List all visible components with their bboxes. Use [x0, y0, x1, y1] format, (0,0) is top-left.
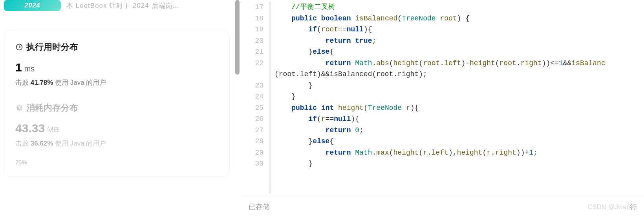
svg-rect-2 — [18, 107, 20, 109]
promo-badge-2024: 2024 — [4, 0, 61, 11]
watermark: CSDN @Jwenen — [588, 204, 638, 211]
runtime-section: 执行用时分布 1 ms 击败 41.78% 使用 Java 的用户 — [15, 41, 218, 87]
runtime-beat-prefix: 击败 — [15, 79, 31, 86]
panel-splitter[interactable] — [234, 0, 242, 217]
line-gutter: 171819202122 2324252627282930 — [242, 2, 269, 193]
memory-beat-suffix: 使用 Java 的用户 — [53, 140, 106, 147]
runtime-beat: 击败 41.78% 使用 Java 的用户 — [15, 78, 218, 87]
promo-title: 本 LeetBook 针对于 2024 后端岗... — [66, 1, 179, 10]
memory-section: 消耗内存分布 43.33 MB 击败 36.62% 使用 Java 的用户 75… — [15, 102, 218, 166]
promo-card[interactable]: 2024 本 LeetBook 针对于 2024 后端岗... — [4, 0, 230, 16]
stats-card: 执行用时分布 1 ms 击败 41.78% 使用 Java 的用户 消耗内存分布… — [4, 30, 230, 177]
memory-value: 43.33 — [15, 122, 45, 135]
memory-title: 消耗内存分布 — [26, 102, 78, 114]
memory-header: 消耗内存分布 — [15, 102, 218, 114]
runtime-value-row: 1 ms — [15, 61, 218, 74]
runtime-beat-suffix: 使用 Java 的用户 — [53, 79, 106, 86]
memory-beat: 击败 36.62% 使用 Java 的用户 — [15, 139, 218, 148]
memory-beat-prefix: 击败 — [15, 140, 31, 147]
runtime-beat-pct: 41.78% — [31, 79, 53, 86]
code-comment: //平衡二叉树 — [291, 3, 335, 11]
memory-beat-pct: 36.62% — [31, 140, 53, 147]
status-bar: 已存储 行 — [242, 196, 644, 217]
results-sidebar: 2024 本 LeetBook 针对于 2024 后端岗... 执行用时分布 1… — [0, 0, 234, 217]
code-panel: 171819202122 2324252627282930 //平衡二叉树 pu… — [242, 0, 644, 217]
runtime-title: 执行用时分布 — [26, 41, 78, 53]
memory-value-row: 43.33 MB — [15, 122, 218, 135]
runtime-value: 1 — [15, 61, 22, 74]
chip-icon — [15, 104, 23, 112]
runtime-header: 执行用时分布 — [15, 41, 218, 53]
code-wrap-line: (root.left)&&isBalanced(root.right); — [274, 70, 427, 78]
gutter-bar — [269, 2, 271, 193]
code-text[interactable]: //平衡二叉树 public boolean isBalanced(TreeNo… — [274, 2, 606, 193]
runtime-unit: ms — [24, 64, 35, 73]
clock-icon — [15, 43, 23, 51]
chart-tick-75: 75% — [15, 159, 218, 166]
svg-rect-1 — [17, 106, 21, 110]
status-saved: 已存储 — [249, 202, 270, 212]
scrollbar-thumb[interactable] — [235, 0, 240, 75]
code-editor[interactable]: 171819202122 2324252627282930 //平衡二叉树 pu… — [242, 0, 644, 193]
memory-unit: MB — [47, 125, 59, 134]
